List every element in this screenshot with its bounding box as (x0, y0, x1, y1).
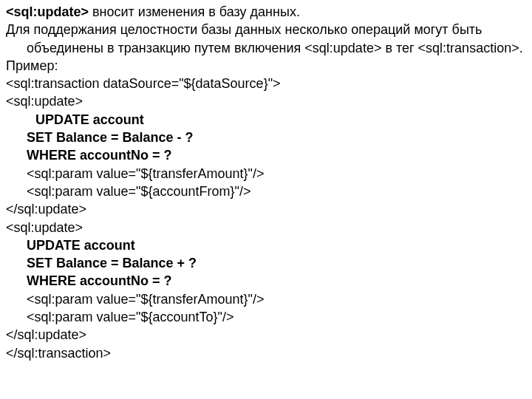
code-update-close-2: </sql:update> (6, 326, 526, 344)
code-update-close-1: </sql:update> (6, 200, 526, 218)
sql-where-1: WHERE accountNo = ? (27, 148, 172, 163)
code-update2-line1: UPDATE account (6, 236, 526, 254)
code-param-to: <sql:param value="${accountTo}"/> (6, 308, 526, 326)
sql-set-minus: SET Balance = Balance - ? (27, 130, 194, 145)
code-update-open-1: <sql:update> (6, 92, 526, 110)
sql-update-account-2: UPDATE account (27, 238, 135, 253)
sql-update-inline: <sql:update> (304, 41, 381, 55)
code-update1-line2: SET Balance = Balance - ? (6, 129, 526, 146)
sql-where-2: WHERE accountNo = ? (27, 273, 172, 288)
intro-text-2c: в тег (381, 41, 417, 55)
code-transaction-open: <sql:transaction dataSource="${dataSourc… (6, 75, 526, 92)
slide-content: <sql:update> вносит изменения в базу дан… (0, 0, 532, 368)
intro-text-2e: . (519, 41, 523, 55)
code-update1-line1: UPDATE account (6, 111, 526, 129)
sql-set-plus: SET Balance = Balance + ? (27, 256, 197, 270)
code-param-amount-1: <sql:param value="${transferAmount}"/> (6, 165, 526, 183)
intro-line-1: <sql:update> вносит изменения в базу дан… (6, 3, 526, 21)
sql-update-tag: <sql:update> (6, 4, 89, 19)
sql-transaction-inline: <sql:transaction> (418, 41, 519, 55)
example-label: Пример: (6, 57, 526, 75)
code-transaction-close: </sql:transaction> (6, 344, 526, 362)
code-update2-line2: SET Balance = Balance + ? (6, 254, 526, 272)
sql-update-account-1: UPDATE account (35, 112, 144, 127)
code-param-from: <sql:param value="${accountFrom}"/> (6, 183, 526, 200)
intro-text-1: вносит изменения в базу данных. (89, 4, 300, 19)
code-update2-line3: WHERE accountNo = ? (6, 272, 526, 290)
code-update-open-2: <sql:update> (6, 219, 526, 236)
code-update1-line3: WHERE accountNo = ? (6, 146, 526, 164)
code-param-amount-2: <sql:param value="${transferAmount}"/> (6, 290, 526, 308)
intro-line-2: Для поддержания целостности базы данных … (6, 21, 526, 57)
